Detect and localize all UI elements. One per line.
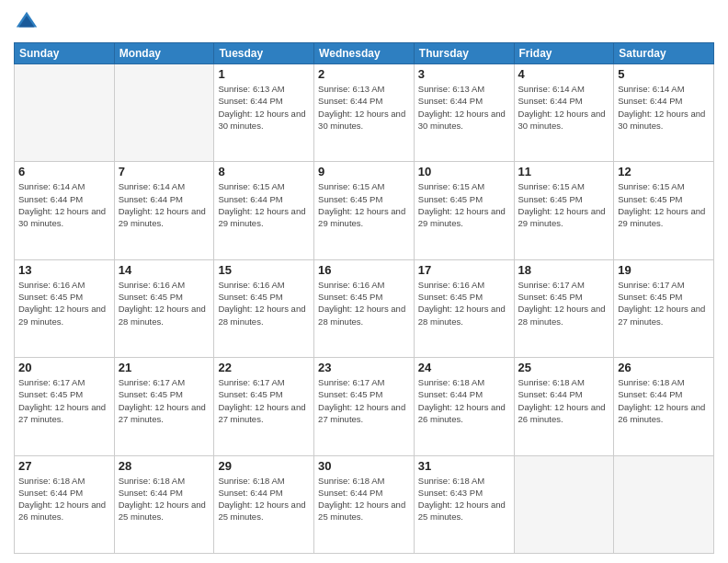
calendar-cell: 11Sunrise: 6:15 AM Sunset: 6:45 PM Dayli… (514, 162, 614, 259)
day-number: 20 (18, 361, 110, 374)
calendar-cell: 22Sunrise: 6:17 AM Sunset: 6:45 PM Dayli… (214, 358, 314, 455)
calendar-cell: 28Sunrise: 6:18 AM Sunset: 6:44 PM Dayli… (114, 455, 214, 553)
calendar-cell: 26Sunrise: 6:18 AM Sunset: 6:44 PM Dayli… (614, 358, 714, 455)
day-info: Sunrise: 6:13 AM Sunset: 6:44 PM Dayligh… (318, 83, 410, 132)
calendar-cell: 25Sunrise: 6:18 AM Sunset: 6:44 PM Dayli… (514, 358, 614, 455)
calendar-cell: 19Sunrise: 6:17 AM Sunset: 6:45 PM Dayli… (614, 259, 714, 357)
calendar-cell: 9Sunrise: 6:15 AM Sunset: 6:45 PM Daylig… (314, 162, 415, 259)
calendar-cell: 20Sunrise: 6:17 AM Sunset: 6:45 PM Dayli… (15, 358, 115, 455)
day-info: Sunrise: 6:18 AM Sunset: 6:44 PM Dayligh… (418, 376, 510, 425)
day-number: 14 (119, 263, 210, 277)
calendar-cell: 27Sunrise: 6:18 AM Sunset: 6:44 PM Dayli… (15, 455, 115, 553)
day-number: 21 (119, 361, 210, 374)
calendar-cell: 2Sunrise: 6:13 AM Sunset: 6:44 PM Daylig… (314, 64, 415, 162)
day-number: 18 (518, 263, 610, 277)
day-number: 4 (518, 67, 610, 81)
calendar-cell: 29Sunrise: 6:18 AM Sunset: 6:44 PM Dayli… (214, 455, 314, 553)
calendar-cell: 13Sunrise: 6:16 AM Sunset: 6:45 PM Dayli… (15, 259, 115, 357)
calendar-cell: 6Sunrise: 6:14 AM Sunset: 6:44 PM Daylig… (15, 162, 115, 259)
day-number: 6 (18, 165, 110, 178)
calendar-cell: 24Sunrise: 6:18 AM Sunset: 6:44 PM Dayli… (414, 358, 514, 455)
calendar-cell: 21Sunrise: 6:17 AM Sunset: 6:45 PM Dayli… (114, 358, 214, 455)
day-number: 28 (119, 459, 210, 473)
day-number: 10 (418, 165, 510, 178)
calendar-cell: 3Sunrise: 6:13 AM Sunset: 6:44 PM Daylig… (414, 64, 514, 162)
day-info: Sunrise: 6:14 AM Sunset: 6:44 PM Dayligh… (119, 180, 210, 229)
weekday-header: Sunday (15, 43, 115, 64)
calendar-week-row: 6Sunrise: 6:14 AM Sunset: 6:44 PM Daylig… (15, 162, 714, 259)
day-info: Sunrise: 6:14 AM Sunset: 6:44 PM Dayligh… (18, 180, 110, 229)
day-number: 31 (418, 459, 510, 473)
day-info: Sunrise: 6:15 AM Sunset: 6:45 PM Dayligh… (418, 180, 510, 229)
day-info: Sunrise: 6:18 AM Sunset: 6:44 PM Dayligh… (518, 376, 610, 425)
calendar-cell: 4Sunrise: 6:14 AM Sunset: 6:44 PM Daylig… (514, 64, 614, 162)
calendar-cell: 12Sunrise: 6:15 AM Sunset: 6:45 PM Dayli… (614, 162, 714, 259)
day-number: 13 (18, 263, 110, 277)
calendar-cell: 10Sunrise: 6:15 AM Sunset: 6:45 PM Dayli… (414, 162, 514, 259)
calendar-cell: 31Sunrise: 6:18 AM Sunset: 6:43 PM Dayli… (414, 455, 514, 553)
calendar-week-row: 13Sunrise: 6:16 AM Sunset: 6:45 PM Dayli… (15, 259, 714, 357)
day-info: Sunrise: 6:17 AM Sunset: 6:45 PM Dayligh… (518, 279, 610, 327)
calendar-week-row: 27Sunrise: 6:18 AM Sunset: 6:44 PM Dayli… (15, 455, 714, 553)
day-info: Sunrise: 6:15 AM Sunset: 6:44 PM Dayligh… (218, 180, 310, 229)
day-number: 27 (18, 459, 110, 473)
day-number: 23 (318, 361, 410, 374)
weekday-header: Thursday (414, 43, 514, 64)
day-info: Sunrise: 6:18 AM Sunset: 6:44 PM Dayligh… (618, 376, 710, 425)
day-info: Sunrise: 6:14 AM Sunset: 6:44 PM Dayligh… (518, 83, 610, 132)
calendar-cell: 14Sunrise: 6:16 AM Sunset: 6:45 PM Dayli… (114, 259, 214, 357)
day-info: Sunrise: 6:18 AM Sunset: 6:43 PM Dayligh… (418, 475, 510, 523)
day-number: 25 (518, 361, 610, 374)
day-number: 8 (218, 165, 310, 178)
day-info: Sunrise: 6:17 AM Sunset: 6:45 PM Dayligh… (18, 376, 110, 425)
day-number: 22 (218, 361, 310, 374)
weekday-header: Wednesday (314, 43, 415, 64)
calendar-cell (514, 455, 614, 553)
day-info: Sunrise: 6:18 AM Sunset: 6:44 PM Dayligh… (318, 475, 410, 523)
calendar-cell (614, 455, 714, 553)
calendar-week-row: 1Sunrise: 6:13 AM Sunset: 6:44 PM Daylig… (15, 64, 714, 162)
day-info: Sunrise: 6:16 AM Sunset: 6:45 PM Dayligh… (119, 279, 210, 327)
day-info: Sunrise: 6:16 AM Sunset: 6:45 PM Dayligh… (318, 279, 410, 327)
day-number: 1 (218, 67, 310, 81)
day-number: 3 (418, 67, 510, 81)
day-number: 30 (318, 459, 410, 473)
calendar-cell: 18Sunrise: 6:17 AM Sunset: 6:45 PM Dayli… (514, 259, 614, 357)
day-info: Sunrise: 6:13 AM Sunset: 6:44 PM Dayligh… (418, 83, 510, 132)
day-info: Sunrise: 6:17 AM Sunset: 6:45 PM Dayligh… (618, 279, 710, 327)
calendar-cell: 1Sunrise: 6:13 AM Sunset: 6:44 PM Daylig… (214, 64, 314, 162)
day-number: 7 (119, 165, 210, 178)
day-info: Sunrise: 6:16 AM Sunset: 6:45 PM Dayligh… (418, 279, 510, 327)
calendar: SundayMondayTuesdayWednesdayThursdayFrid… (14, 42, 714, 554)
calendar-cell: 7Sunrise: 6:14 AM Sunset: 6:44 PM Daylig… (114, 162, 214, 259)
calendar-cell: 17Sunrise: 6:16 AM Sunset: 6:45 PM Dayli… (414, 259, 514, 357)
day-number: 17 (418, 263, 510, 277)
day-number: 15 (218, 263, 310, 277)
day-info: Sunrise: 6:13 AM Sunset: 6:44 PM Dayligh… (218, 83, 310, 132)
day-number: 24 (418, 361, 510, 374)
weekday-header: Friday (514, 43, 614, 64)
day-number: 19 (618, 263, 710, 277)
day-number: 12 (618, 165, 710, 178)
logo-icon (14, 9, 40, 35)
weekday-header: Monday (114, 43, 214, 64)
logo (14, 9, 43, 35)
day-number: 11 (518, 165, 610, 178)
calendar-week-row: 20Sunrise: 6:17 AM Sunset: 6:45 PM Dayli… (15, 358, 714, 455)
day-number: 5 (618, 67, 710, 81)
day-info: Sunrise: 6:14 AM Sunset: 6:44 PM Dayligh… (618, 83, 710, 132)
calendar-cell (114, 64, 214, 162)
day-number: 2 (318, 67, 410, 81)
calendar-cell: 5Sunrise: 6:14 AM Sunset: 6:44 PM Daylig… (614, 64, 714, 162)
day-info: Sunrise: 6:17 AM Sunset: 6:45 PM Dayligh… (119, 376, 210, 425)
calendar-cell: 16Sunrise: 6:16 AM Sunset: 6:45 PM Dayli… (314, 259, 415, 357)
calendar-cell: 23Sunrise: 6:17 AM Sunset: 6:45 PM Dayli… (314, 358, 415, 455)
day-info: Sunrise: 6:17 AM Sunset: 6:45 PM Dayligh… (318, 376, 410, 425)
day-info: Sunrise: 6:16 AM Sunset: 6:45 PM Dayligh… (218, 279, 310, 327)
day-info: Sunrise: 6:18 AM Sunset: 6:44 PM Dayligh… (18, 475, 110, 523)
day-info: Sunrise: 6:15 AM Sunset: 6:45 PM Dayligh… (618, 180, 710, 229)
calendar-cell: 8Sunrise: 6:15 AM Sunset: 6:44 PM Daylig… (214, 162, 314, 259)
calendar-cell: 30Sunrise: 6:18 AM Sunset: 6:44 PM Dayli… (314, 455, 415, 553)
weekday-header: Saturday (614, 43, 714, 64)
calendar-cell (15, 64, 115, 162)
